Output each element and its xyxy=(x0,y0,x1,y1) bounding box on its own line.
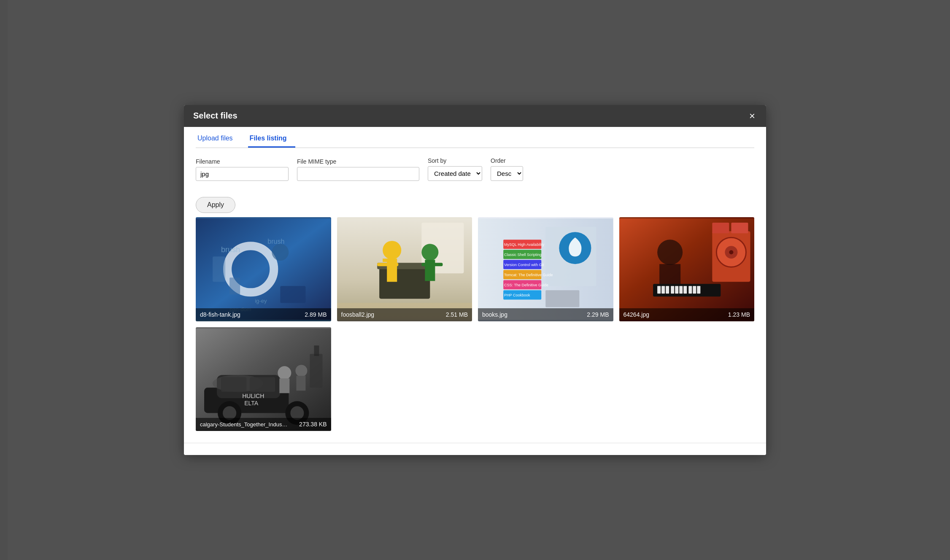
svg-text:Version Control with Git: Version Control with Git xyxy=(504,263,544,267)
svg-rect-75 xyxy=(314,345,319,356)
modal-overlay: Select files × Upload files Files listin… xyxy=(0,0,950,560)
svg-rect-74 xyxy=(310,354,322,388)
file-card-books[interactable]: MySQL High Availability Classic Shell Sc… xyxy=(478,217,613,321)
sortby-label: Sort by xyxy=(428,157,482,164)
order-select[interactable]: Desc Asc xyxy=(491,166,523,181)
svg-rect-57 xyxy=(731,223,748,233)
file-name-books: books.jpg xyxy=(482,311,507,318)
svg-text:brush: brush xyxy=(267,237,284,245)
thumb-svg-foosball xyxy=(337,217,472,321)
select-files-modal: Select files × Upload files Files listin… xyxy=(184,105,766,455)
svg-point-70 xyxy=(295,365,307,377)
file-size-calgary: 273.38 KB xyxy=(299,421,327,428)
svg-rect-51 xyxy=(697,286,700,293)
thumb-svg-fish-tank: brush brush ig-ey pan-dom xyxy=(196,217,331,321)
svg-rect-63 xyxy=(250,377,275,392)
svg-rect-71 xyxy=(296,376,305,390)
svg-text:brush: brush xyxy=(221,245,240,254)
file-name-foosball: foosball2.jpg xyxy=(341,311,375,318)
file-thumbnail-foosball xyxy=(337,217,472,321)
svg-rect-4 xyxy=(213,256,225,282)
svg-text:ELTA: ELTA xyxy=(244,400,259,407)
svg-text:CSS: The Definitive Guide: CSS: The Definitive Guide xyxy=(504,283,548,287)
thumb-svg-calgary: HULICH ELTA xyxy=(196,327,331,431)
svg-rect-45 xyxy=(671,286,674,293)
filter-order: Order Desc Asc xyxy=(491,157,523,181)
svg-point-14 xyxy=(383,241,401,259)
filter-filename: Filename xyxy=(196,158,289,181)
file-caption-64264: 64264.jpg 1.23 MB xyxy=(619,308,755,321)
svg-text:PHP Cookbook: PHP Cookbook xyxy=(504,293,530,297)
svg-rect-42 xyxy=(657,286,661,293)
close-button[interactable]: × xyxy=(748,111,757,121)
svg-rect-47 xyxy=(679,286,683,293)
file-caption-foosball: foosball2.jpg 2.51 MB xyxy=(337,308,472,321)
svg-rect-49 xyxy=(688,286,692,293)
mime-input[interactable] xyxy=(297,167,419,181)
file-size-64264: 1.23 MB xyxy=(728,311,750,318)
file-thumbnail-64264 xyxy=(619,217,755,321)
svg-rect-20 xyxy=(421,263,443,266)
file-thumbnail-calgary: HULICH ELTA xyxy=(196,327,331,431)
svg-text:Classic Shell Scripting: Classic Shell Scripting xyxy=(504,253,542,257)
svg-rect-16 xyxy=(383,258,389,262)
thumb-svg-books: MySQL High Availability Classic Shell Sc… xyxy=(478,217,613,321)
sortby-select[interactable]: Created date Filename File size xyxy=(428,166,482,181)
svg-rect-19 xyxy=(377,263,398,266)
file-name-fish-tank: d8-fish-tank.jpg xyxy=(200,311,240,318)
file-name-64264: 64264.jpg xyxy=(623,311,650,318)
file-thumbnail-fish-tank: brush brush ig-ey pan-dom xyxy=(196,217,331,321)
file-size-foosball: 2.51 MB xyxy=(446,311,468,318)
tab-upload[interactable]: Upload files xyxy=(196,130,241,148)
filter-mime: File MIME type xyxy=(297,158,419,181)
file-caption-books: books.jpg 2.29 MB xyxy=(478,308,613,321)
file-card-fish-tank[interactable]: brush brush ig-ey pan-dom d8-fish-tank.j… xyxy=(196,217,331,321)
file-thumbnail-books: MySQL High Availability Classic Shell Sc… xyxy=(478,217,613,321)
svg-rect-62 xyxy=(221,377,246,392)
svg-point-39 xyxy=(657,240,683,265)
svg-rect-48 xyxy=(683,286,687,293)
svg-rect-69 xyxy=(279,378,289,393)
files-grid: brush brush ig-ey pan-dom d8-fish-tank.j… xyxy=(196,217,754,431)
svg-rect-7 xyxy=(280,286,305,303)
filter-sortby: Sort by Created date Filename File size xyxy=(428,157,482,181)
file-card-foosball[interactable]: foosball2.jpg 2.51 MB xyxy=(337,217,472,321)
filters-row: Filename File MIME type Sort by Created … xyxy=(196,157,754,181)
svg-point-68 xyxy=(278,366,291,380)
svg-point-17 xyxy=(421,244,438,261)
filename-input[interactable] xyxy=(196,167,289,181)
tab-listing[interactable]: Files listing xyxy=(248,130,295,148)
modal-body: Upload files Files listing Filename File… xyxy=(184,127,766,443)
file-card-64264[interactable]: 64264.jpg 1.23 MB xyxy=(619,217,755,321)
file-name-calgary: calgary-Students_Together_Industry_P xyxy=(200,421,289,428)
filename-label: Filename xyxy=(196,158,289,165)
modal-title: Select files xyxy=(193,111,238,121)
mime-label: File MIME type xyxy=(297,158,419,165)
file-size-books: 2.29 MB xyxy=(587,311,609,318)
svg-rect-43 xyxy=(661,286,665,293)
file-caption-fish-tank: d8-fish-tank.jpg 2.89 MB xyxy=(196,308,331,321)
svg-text:MySQL High Availability: MySQL High Availability xyxy=(504,242,545,247)
svg-point-55 xyxy=(729,250,733,254)
tabs-bar: Upload files Files listing xyxy=(196,127,754,148)
svg-text:HULICH: HULICH xyxy=(242,393,264,399)
svg-point-6 xyxy=(272,244,289,261)
modal-footer xyxy=(184,443,766,455)
svg-rect-46 xyxy=(675,286,678,293)
thumb-svg-64264 xyxy=(619,217,755,321)
svg-rect-37 xyxy=(545,290,579,307)
svg-text:ig-ey: ig-ey xyxy=(255,298,267,304)
svg-text:Tomcat: The Definitive Guide: Tomcat: The Definitive Guide xyxy=(504,273,553,277)
file-size-fish-tank: 2.89 MB xyxy=(305,311,327,318)
file-card-calgary[interactable]: HULICH ELTA calgary-Students_Together_In… xyxy=(196,327,331,431)
svg-rect-5 xyxy=(229,277,240,294)
file-caption-calgary: calgary-Students_Together_Industry_P 273… xyxy=(196,418,331,431)
apply-button[interactable]: Apply xyxy=(196,197,235,213)
svg-rect-56 xyxy=(712,223,729,233)
svg-rect-50 xyxy=(693,286,696,293)
svg-rect-44 xyxy=(666,286,669,293)
svg-rect-15 xyxy=(387,258,397,282)
modal-header: Select files × xyxy=(184,105,766,127)
order-label: Order xyxy=(491,157,523,164)
